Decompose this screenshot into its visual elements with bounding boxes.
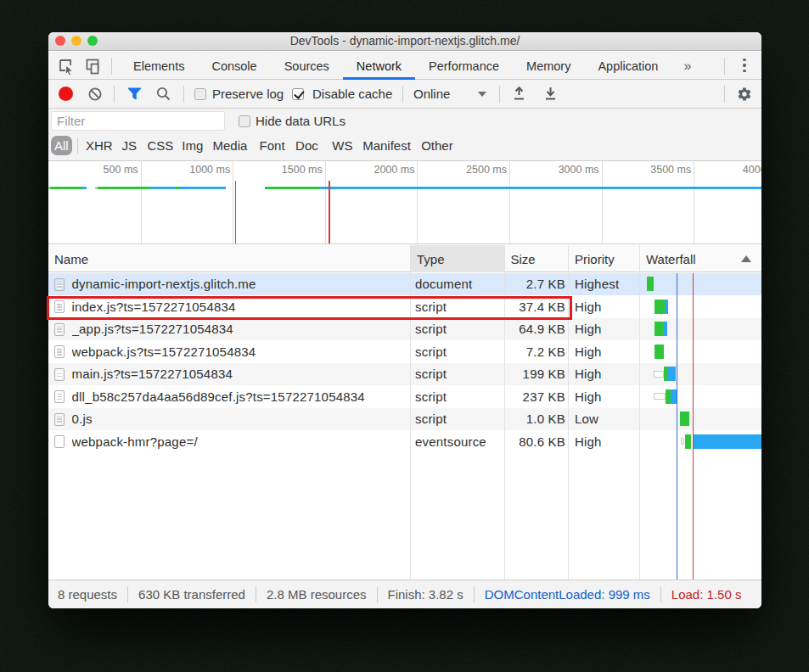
request-row-main.js[interactable]: main.js?ts=1572271054834script199 KBHigh xyxy=(48,363,761,386)
filter-pill-xhr[interactable]: XHR xyxy=(86,136,113,155)
overview-activity-bar xyxy=(319,187,761,189)
request-name: dll_b58c257da4aa56d89cef.js?ts=157227105… xyxy=(72,385,408,408)
tab-network[interactable]: Network xyxy=(343,52,415,80)
overview-tick-label: 2500 ms xyxy=(466,164,509,176)
file-icon xyxy=(54,435,65,448)
filter-pill-manifest[interactable]: Manifest xyxy=(362,136,411,155)
dom-content-loaded-line xyxy=(677,273,678,580)
overview-gridline xyxy=(602,161,603,244)
inspect-element-button[interactable] xyxy=(55,55,77,77)
overview-gridline xyxy=(509,161,510,244)
status-divider xyxy=(660,586,661,602)
export-har-button[interactable] xyxy=(543,80,558,108)
toolbar-divider xyxy=(402,86,403,103)
request-type: document xyxy=(415,273,503,296)
column-header-priority[interactable]: Priority xyxy=(569,245,640,272)
network-overview[interactable]: 500 ms1000 ms1500 ms2000 ms2500 ms3000 m… xyxy=(48,161,761,244)
clear-network-log-button[interactable] xyxy=(88,80,102,108)
export-icon xyxy=(543,87,558,101)
filter-input[interactable] xyxy=(51,111,225,131)
request-row-_app.js[interactable]: _app.js?ts=1572271054834script64.9 KBHig… xyxy=(48,318,761,341)
request-name: _app.js?ts=1572271054834 xyxy=(72,318,408,341)
filter-toggle-button[interactable] xyxy=(127,80,142,108)
devtools-tabbar: ElementsConsoleSourcesNetworkPerformance… xyxy=(48,52,761,80)
record-network-log-button[interactable] xyxy=(59,80,73,108)
customize-devtools-button[interactable] xyxy=(736,57,753,74)
tab-application[interactable]: Application xyxy=(584,52,671,80)
hide-data-urls-checkbox[interactable] xyxy=(239,110,250,132)
request-name: main.js?ts=1572271054834 xyxy=(72,363,408,386)
status-dom-content-loaded: DOMContentLoaded: 999 ms xyxy=(485,587,650,602)
overview-gridline xyxy=(325,161,326,244)
network-settings-button[interactable] xyxy=(737,80,752,108)
disable-cache-label[interactable]: Disable cache xyxy=(312,80,392,108)
waterfall-bar-green xyxy=(655,300,665,314)
request-size: 2.7 KB xyxy=(505,273,568,296)
request-row-dll_b58c257da4aa56d89cef.js[interactable]: dll_b58c257da4aa56d89cef.js?ts=157227105… xyxy=(48,385,761,408)
request-row-index.js[interactable]: index.js?ts=1572271054834script37.4 KBHi… xyxy=(48,295,761,318)
throttling-select[interactable]: Online xyxy=(413,80,450,108)
tab-console[interactable]: Console xyxy=(198,52,270,80)
preserve-log-label[interactable]: Preserve log xyxy=(212,80,284,108)
overview-tick-label: 3500 ms xyxy=(650,164,694,176)
filter-pill-media[interactable]: Media xyxy=(213,136,248,155)
filter-block: Hide data URLs AllXHRJSCSSImgMediaFontDo… xyxy=(48,109,761,161)
overview-tick-label: 1500 ms xyxy=(282,164,325,176)
waterfall-bar-outline xyxy=(654,371,664,378)
disable-cache-checkbox[interactable] xyxy=(292,80,304,108)
filter-pill-js[interactable]: JS xyxy=(122,136,138,155)
request-priority: Low xyxy=(575,408,638,431)
overview-dcl-line xyxy=(235,181,237,244)
checkbox-icon xyxy=(239,115,250,127)
request-row-dynamic-import-nextjs.glitch.me[interactable]: dynamic-import-nextjs.glitch.medocument2… xyxy=(48,273,761,296)
preserve-log-checkbox[interactable] xyxy=(194,80,206,108)
column-header-size[interactable]: Size xyxy=(505,245,570,272)
request-row-webpack-hmr[interactable]: webpack-hmr?page=/eventsource80.6 KBHigh xyxy=(48,430,761,453)
status-divider xyxy=(474,586,475,602)
checkbox-icon xyxy=(194,88,206,100)
hide-data-urls-label[interactable]: Hide data URLs xyxy=(256,110,346,132)
request-size: 80.6 KB xyxy=(505,430,568,453)
request-row-0.js[interactable]: 0.jsscript1.0 KBLow xyxy=(48,408,761,431)
load-event-line xyxy=(693,273,694,580)
filter-pill-css[interactable]: CSS xyxy=(147,136,173,155)
request-name: dynamic-import-nextjs.glitch.me xyxy=(72,273,408,296)
titlebar[interactable]: DevTools - dynamic-import-nextjs.glitch.… xyxy=(48,32,761,51)
tab-memory[interactable]: Memory xyxy=(513,52,584,80)
import-har-button[interactable] xyxy=(512,80,526,108)
request-size: 237 KB xyxy=(505,385,568,408)
request-type: script xyxy=(415,295,503,318)
column-header-name[interactable]: Name xyxy=(48,245,411,272)
search-button[interactable] xyxy=(156,80,171,108)
toggle-device-toolbar-button[interactable] xyxy=(81,55,104,77)
tab-performance[interactable]: Performance xyxy=(415,52,513,80)
request-size: 37.4 KB xyxy=(505,295,568,318)
column-divider xyxy=(504,245,505,580)
caret-down-icon xyxy=(478,92,486,97)
sort-ascending-icon xyxy=(741,255,751,262)
toolbar-divider xyxy=(724,86,725,103)
tab-sources[interactable]: Sources xyxy=(271,52,343,80)
checkbox-icon xyxy=(292,88,304,100)
filter-pill-img[interactable]: Img xyxy=(182,136,203,155)
request-priority: High xyxy=(575,363,638,386)
filter-pill-ws[interactable]: WS xyxy=(332,136,352,155)
toolbar-divider xyxy=(114,86,115,103)
overview-activity-bar xyxy=(265,187,319,189)
column-header-type[interactable]: Type xyxy=(411,245,505,272)
waterfall-bar-blue xyxy=(693,434,761,449)
tab-elements[interactable]: Elements xyxy=(120,52,198,80)
status-load-time: Load: 1.50 s xyxy=(671,587,742,602)
toolbar-divider xyxy=(111,58,112,75)
filter-pill-font[interactable]: Font xyxy=(260,136,285,155)
filter-pill-all[interactable]: All xyxy=(51,136,73,155)
request-type: script xyxy=(415,385,503,408)
more-tabs-button[interactable]: » xyxy=(671,52,699,80)
filter-pill-doc[interactable]: Doc xyxy=(295,136,318,155)
request-row-webpack.js[interactable]: webpack.js?ts=1572271054834script7.2 KBH… xyxy=(48,340,761,363)
waterfall-bar-outline xyxy=(681,438,685,445)
overview-tick-label: 4000 ms xyxy=(743,164,761,176)
document-file-icon xyxy=(54,278,65,291)
filter-pill-other[interactable]: Other xyxy=(421,136,453,155)
throttling-caret[interactable] xyxy=(478,80,486,108)
